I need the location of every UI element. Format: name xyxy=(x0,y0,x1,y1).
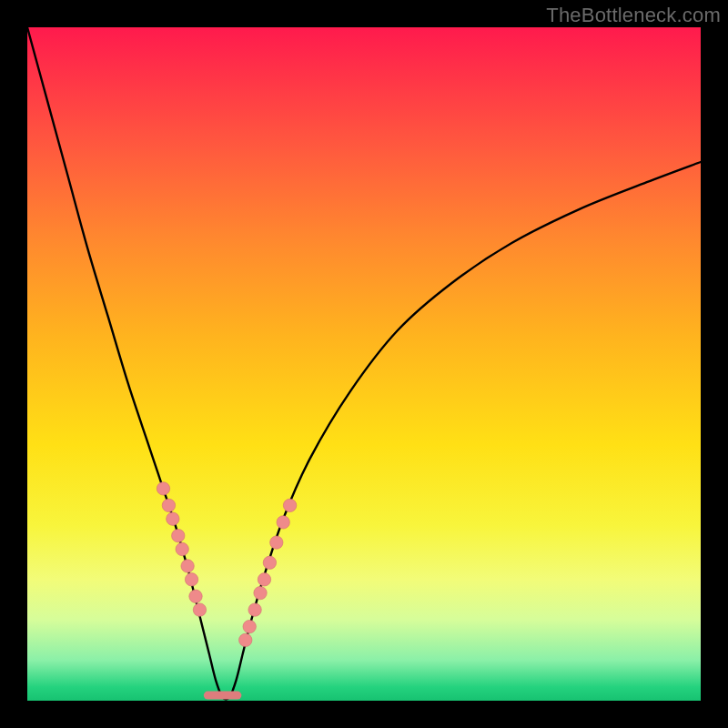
plot-area xyxy=(27,27,701,701)
sample-dot xyxy=(189,590,202,602)
sample-dots-group xyxy=(157,482,297,647)
chart-svg xyxy=(27,27,701,701)
sample-dot xyxy=(263,556,276,569)
chart-frame: TheBottleneck.com xyxy=(0,0,728,728)
sample-dot xyxy=(193,603,206,616)
sample-dot xyxy=(167,512,179,525)
bottleneck-curve xyxy=(27,27,701,700)
sample-dot xyxy=(254,586,267,599)
watermark-text: TheBottleneck.com xyxy=(546,4,721,27)
sample-dot xyxy=(162,499,175,511)
sample-dot xyxy=(258,573,270,586)
sample-dot xyxy=(283,499,296,511)
sample-dot xyxy=(270,536,283,549)
sample-dot xyxy=(239,633,252,646)
sample-dot xyxy=(243,620,256,632)
sample-dot xyxy=(181,560,194,572)
sample-dot xyxy=(248,603,261,616)
sample-dot xyxy=(185,573,197,586)
sample-dot xyxy=(172,530,185,542)
sample-dot xyxy=(157,482,169,495)
sample-dot xyxy=(176,542,188,555)
sample-dot xyxy=(277,516,289,529)
